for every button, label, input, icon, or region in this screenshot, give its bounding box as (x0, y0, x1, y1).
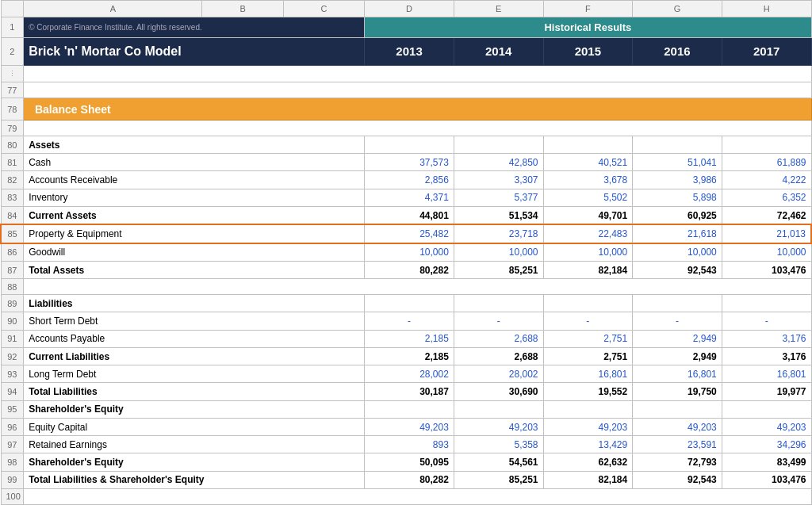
goodwill-2014: 10,000 (454, 243, 543, 262)
ca-2017: 72,462 (722, 206, 811, 224)
row-num-93: 93 (1, 365, 24, 383)
assets-label: Assets (24, 136, 365, 153)
goodwill-label: Goodwill (24, 243, 365, 262)
col-h-header: H (722, 1, 811, 17)
ppe-label: Property & Equipment (24, 224, 365, 243)
spreadsheet: A B C D E F G H 1 © Corporate Finance In… (0, 0, 812, 505)
tlse-2016: 92,543 (633, 471, 722, 488)
row-79: 79 (1, 121, 811, 136)
row-num-77: 77 (1, 82, 24, 98)
copyright-cell: © Corporate Finance Institute. All right… (24, 17, 365, 38)
row-77: 77 (1, 82, 811, 98)
row-num-81: 81 (1, 154, 24, 171)
year-2014: 2014 (454, 37, 543, 65)
col-b-header: B (202, 1, 283, 17)
tl-2015: 19,552 (543, 383, 633, 400)
ar-2016: 3,986 (633, 171, 722, 189)
total-assets-label: Total Assets (24, 262, 365, 279)
copyright-text: © Corporate Finance Institute. All right… (29, 23, 202, 32)
ppe-2017: 21,013 (722, 224, 811, 243)
ltd-2017: 16,801 (722, 365, 811, 383)
tlse-2013: 80,282 (365, 471, 454, 488)
inventory-2015: 5,502 (543, 189, 633, 206)
row-num-98: 98 (1, 453, 24, 471)
goodwill-2013: 10,000 (365, 243, 454, 262)
tl-2017: 19,977 (722, 383, 811, 400)
year-2016: 2016 (633, 37, 722, 65)
ltd-2013: 28,002 (365, 365, 454, 383)
row-82: 82 Accounts Receivable 2,856 3,307 3,678… (1, 171, 811, 189)
row-num-96: 96 (1, 418, 24, 435)
row-num-91: 91 (1, 330, 24, 347)
re-2016: 23,591 (633, 436, 722, 453)
ar-2013: 2,856 (365, 171, 454, 189)
row-86: 86 Goodwill 10,000 10,000 10,000 10,000 … (1, 243, 811, 262)
ltd-2015: 16,801 (543, 365, 633, 383)
cash-label: Cash (24, 154, 365, 171)
ltd-label: Long Term Debt (24, 365, 365, 383)
tl-2013: 30,187 (365, 383, 454, 400)
row-99: 99 Total Liabilities & Shareholder's Equ… (1, 471, 811, 488)
col-c-header: C (283, 1, 364, 17)
row-num-1: 1 (1, 17, 24, 38)
ec-2013: 49,203 (365, 418, 454, 435)
current-assets-label: Current Assets (24, 206, 365, 224)
ca-2013: 44,801 (365, 206, 454, 224)
cash-2014: 42,850 (454, 154, 543, 171)
row-num-82: 82 (1, 171, 24, 189)
row-81: 81 Cash 37,573 42,850 40,521 51,041 61,8… (1, 154, 811, 171)
re-label: Retained Earnings (24, 436, 365, 453)
row-92: 92 Current Liabilities 2,185 2,688 2,751… (1, 347, 811, 365)
se-header-label: Shareholder's Equity (24, 400, 365, 418)
goodwill-2016: 10,000 (633, 243, 722, 262)
se-2013: 50,095 (365, 453, 454, 471)
ec-label: Equity Capital (24, 418, 365, 435)
row-80: 80 Assets (1, 136, 811, 153)
se-2015: 62,632 (543, 453, 633, 471)
ppe-2013: 25,482 (365, 224, 454, 243)
row-94: 94 Total Liabilities 30,187 30,690 19,55… (1, 383, 811, 400)
row-98: 98 Shareholder's Equity 50,095 54,561 62… (1, 453, 811, 471)
row-num-84: 84 (1, 206, 24, 224)
row-num-92: 92 (1, 347, 24, 365)
row-num-94: 94 (1, 383, 24, 400)
row-num-87: 87 (1, 262, 24, 279)
row-85: 85 Property & Equipment 25,482 23,718 22… (1, 224, 811, 243)
ta-2015: 82,184 (543, 262, 633, 279)
re-2015: 13,429 (543, 436, 633, 453)
row-100: 100 (1, 488, 811, 504)
row-1: 1 © Corporate Finance Institute. All rig… (1, 17, 811, 38)
cl-2014: 2,688 (454, 347, 543, 365)
row-95: 95 Shareholder's Equity (1, 400, 811, 418)
liabilities-label: Liabilities (24, 295, 365, 312)
tlse-label: Total Liabilities & Shareholder's Equity (24, 471, 365, 488)
row-84: 84 Current Assets 44,801 51,534 49,701 6… (1, 206, 811, 224)
row-97: 97 Retained Earnings 893 5,358 13,429 23… (1, 436, 811, 453)
ar-2017: 4,222 (722, 171, 811, 189)
row-num-95: 95 (1, 400, 24, 418)
model-title: Brick 'n' Mortar Co Model (24, 37, 365, 65)
se-2016: 72,793 (633, 453, 722, 471)
ec-2017: 49,203 (722, 418, 811, 435)
std-2014: - (454, 312, 543, 330)
std-2015: - (543, 312, 633, 330)
inventory-2013: 4,371 (365, 189, 454, 206)
ap-label: Accounts Payable (24, 330, 365, 347)
row-num-2: 2 (1, 37, 24, 65)
row-num-83: 83 (1, 189, 24, 206)
ppe-2016: 21,618 (633, 224, 722, 243)
year-2013: 2013 (365, 37, 454, 65)
ap-2016: 2,949 (633, 330, 722, 347)
tl-label: Total Liabilities (24, 383, 365, 400)
ppe-2014: 23,718 (454, 224, 543, 243)
row-89: 89 Liabilities (1, 295, 811, 312)
ec-2016: 49,203 (633, 418, 722, 435)
goodwill-2015: 10,000 (543, 243, 633, 262)
row-num-80: 80 (1, 136, 24, 153)
tlse-2017: 103,476 (722, 471, 811, 488)
inventory-2017: 6,352 (722, 189, 811, 206)
cl-2017: 3,176 (722, 347, 811, 365)
std-2013: - (365, 312, 454, 330)
ta-2017: 103,476 (722, 262, 811, 279)
se-2014: 54,561 (454, 453, 543, 471)
